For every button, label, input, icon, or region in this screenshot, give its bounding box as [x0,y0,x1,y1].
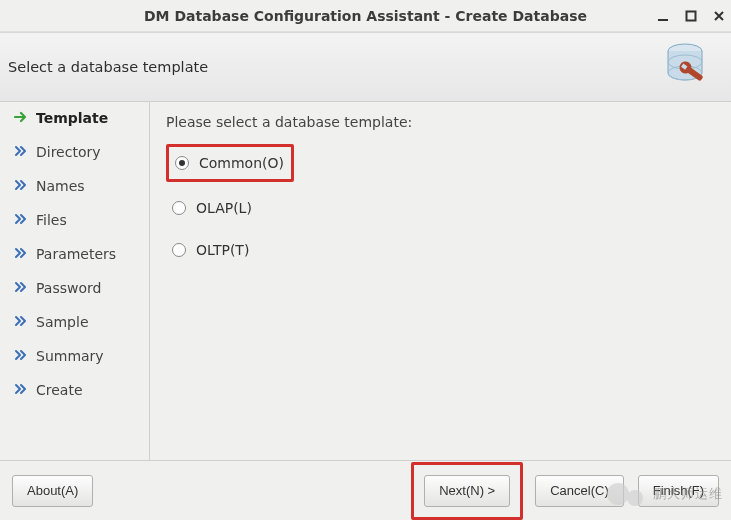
chevrons-right-icon [14,178,28,194]
step-summary[interactable]: Summary [14,348,149,364]
step-create[interactable]: Create [14,382,149,398]
chevrons-right-icon [14,348,28,364]
step-files[interactable]: Files [14,212,149,228]
wizard-header: Select a database template [0,32,731,102]
svg-rect-1 [687,12,696,21]
step-names[interactable]: Names [14,178,149,194]
chevrons-right-icon [14,212,28,228]
step-label: Password [36,280,101,296]
window-controls [657,0,725,32]
maximize-icon[interactable] [685,10,697,22]
wizard-content: Please select a database template: Commo… [150,102,731,460]
step-parameters[interactable]: Parameters [14,246,149,262]
titlebar: DM Database Configuration Assistant - Cr… [0,0,731,32]
template-prompt: Please select a database template: [166,114,715,130]
step-password[interactable]: Password [14,280,149,296]
radio-icon [175,156,189,170]
step-directory[interactable]: Directory [14,144,149,160]
wizard-body: Template Directory Names Files Parameter… [0,102,731,460]
database-wrench-icon [659,37,717,98]
arrow-right-icon [14,110,28,126]
step-label: Directory [36,144,101,160]
option-label: Common(O) [199,155,284,171]
wizard-steps-sidebar: Template Directory Names Files Parameter… [0,102,150,460]
chevrons-right-icon [14,246,28,262]
step-label: Parameters [36,246,116,262]
radio-icon [172,243,186,257]
window-title: DM Database Configuration Assistant - Cr… [144,8,587,24]
chevrons-right-icon [14,144,28,160]
wizard-footer: About(A) Next(N) > Cancel(C) Finish(F) 鹏… [0,460,731,520]
next-button[interactable]: Next(N) > [424,475,510,507]
minimize-icon[interactable] [657,10,669,22]
step-template[interactable]: Template [14,110,149,126]
finish-button[interactable]: Finish(F) [638,475,719,507]
svg-rect-0 [658,19,668,21]
chevrons-right-icon [14,280,28,296]
cancel-button[interactable]: Cancel(C) [535,475,624,507]
close-icon[interactable] [713,10,725,22]
step-sample[interactable]: Sample [14,314,149,330]
chevrons-right-icon [14,314,28,330]
step-label: Sample [36,314,89,330]
about-button[interactable]: About(A) [12,475,93,507]
template-option-common[interactable]: Common(O) [166,144,294,182]
step-label: Summary [36,348,104,364]
window: DM Database Configuration Assistant - Cr… [0,0,731,520]
template-option-oltp[interactable]: OLTP(T) [166,234,715,266]
template-option-olap[interactable]: OLAP(L) [166,192,715,224]
step-label: Template [36,110,108,126]
chevrons-right-icon [14,382,28,398]
option-label: OLAP(L) [196,200,252,216]
wizard-step-title: Select a database template [8,59,208,75]
radio-icon [172,201,186,215]
step-label: Names [36,178,85,194]
option-label: OLTP(T) [196,242,249,258]
step-label: Files [36,212,67,228]
next-highlight: Next(N) > [411,462,523,520]
step-label: Create [36,382,83,398]
